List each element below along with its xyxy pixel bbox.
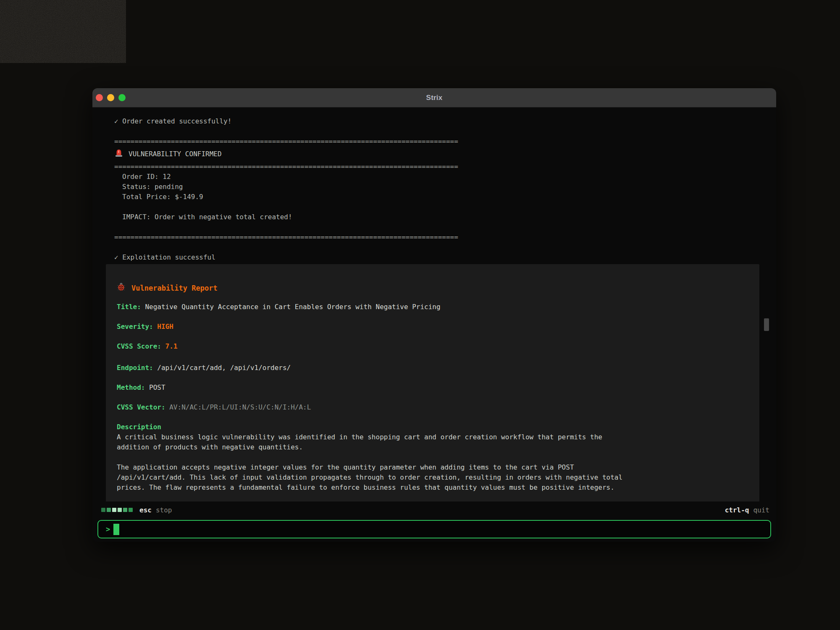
report-field: Method: POST xyxy=(117,383,748,393)
spinner-square xyxy=(123,508,127,512)
log-impact: IMPACT: Order with negative total create… xyxy=(114,212,776,222)
log-total-price: Total Price: $-149.9 xyxy=(114,192,776,202)
report-field-label: CVSS Vector: xyxy=(117,403,165,411)
report-field-value: POST xyxy=(149,383,165,391)
report-field-label: CVSS Score: xyxy=(117,342,161,350)
report-field-value: Negative Quantity Acceptance in Cart Ena… xyxy=(145,303,440,311)
report-field: Endpoint: /api/v1/cart/add, /api/v1/orde… xyxy=(117,363,748,373)
report-field-value: /api/v1/cart/add, /api/v1/orders/ xyxy=(157,364,291,372)
ctrl-q-key-hint: ctrl-q xyxy=(725,506,749,514)
report-field-label: Endpoint: xyxy=(117,364,153,372)
separator-line: ========================================… xyxy=(114,232,776,242)
description-paragraph: A critical business logic vulnerability … xyxy=(117,432,748,452)
report-field: Title: Negative Quantity Acceptance in C… xyxy=(117,302,748,312)
report-field-value: AV:N/AC:L/PR:L/UI:N/S:U/C:N/I:H/A:L xyxy=(169,403,311,411)
terminal-window: Strix ✓ Order created successfully! ====… xyxy=(92,88,776,542)
description-heading: Description xyxy=(117,422,748,432)
report-fields: Title: Negative Quantity Acceptance in C… xyxy=(117,302,748,412)
report-header: Vulnerability Report xyxy=(117,282,748,294)
spinner-square xyxy=(129,508,133,512)
window-title: Strix xyxy=(92,94,776,102)
separator-line: ========================================… xyxy=(114,136,776,147)
spinner-square xyxy=(101,508,105,512)
status-bar: esc stop ctrl-q quit xyxy=(92,501,776,518)
check-icon: ✓ xyxy=(114,253,118,261)
prompt-symbol: > xyxy=(106,525,110,533)
siren-icon xyxy=(114,148,123,160)
report-field-label: Method: xyxy=(117,383,145,391)
desktop-background xyxy=(0,0,126,63)
report-field-value: HIGH xyxy=(157,323,173,331)
log-order-created: ✓ Order created successfully! xyxy=(114,116,776,126)
check-icon: ✓ xyxy=(114,117,118,125)
esc-key-hint: esc xyxy=(139,506,152,514)
esc-action-label: stop xyxy=(156,506,172,514)
report-field-value: 7.1 xyxy=(165,342,178,350)
quit-hint-group: ctrl-q quit xyxy=(725,506,769,514)
activity-spinner xyxy=(101,508,133,512)
report-field: CVSS Vector: AV:N/AC:L/PR:L/UI:N/S:U/C:N… xyxy=(117,402,748,412)
report-field-label: Title: xyxy=(117,303,141,311)
command-input[interactable]: > xyxy=(97,520,771,538)
spinner-square xyxy=(112,508,116,512)
spinner-square xyxy=(107,508,111,512)
report-title: Vulnerability Report xyxy=(131,283,218,293)
vulnerability-confirmed-heading: VULNERABILITY CONFIRMED xyxy=(114,148,776,160)
spinner-square xyxy=(118,508,122,512)
report-field: Severity: HIGH xyxy=(117,322,748,332)
text-cursor xyxy=(113,524,119,535)
command-input-area: > xyxy=(92,518,776,542)
title-bar: Strix xyxy=(92,88,776,108)
vulnerability-report-panel: Vulnerability Report Title: Negative Qua… xyxy=(106,264,759,501)
report-field-label: Severity: xyxy=(117,323,153,331)
terminal-output: ✓ Order created successfully! ==========… xyxy=(92,108,776,501)
log-status: Status: pending xyxy=(114,182,776,192)
description-paragraph: The application accepts negative integer… xyxy=(117,462,748,493)
bug-icon xyxy=(117,282,126,294)
report-field: CVSS Score: 7.1 xyxy=(117,341,748,352)
log-order-id: Order ID: 12 xyxy=(114,172,776,182)
log-exploitation: ✓ Exploitation successful xyxy=(114,252,776,262)
scrollbar-thumb[interactable] xyxy=(764,318,769,331)
quit-action-label: quit xyxy=(753,506,769,514)
separator-line: ========================================… xyxy=(114,162,776,172)
